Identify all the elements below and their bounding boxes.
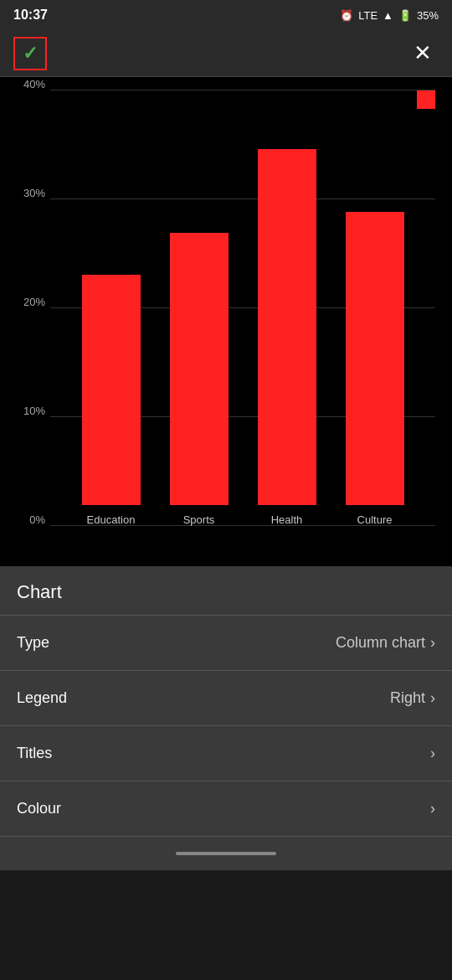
bar-label-culture: Culture — [357, 513, 393, 526]
signal-label: LTE — [358, 9, 378, 22]
status-bar: 10:37 ⏰ LTE ▲ 🔋 35% — [0, 0, 452, 30]
settings-titles-value: › — [430, 745, 435, 762]
checkmark-icon: ✓ — [23, 43, 38, 64]
chart-container: 40% 30% 20% 10% 0% Education Sport — [0, 90, 452, 560]
settings-type-label: Type — [17, 634, 49, 652]
bar-label-education: Education — [87, 513, 136, 526]
settings-titles-label: Titles — [17, 745, 52, 762]
settings-colour-label: Colour — [17, 800, 61, 818]
bar-group-education: Education — [82, 275, 141, 526]
y-label-30: 30% — [7, 187, 45, 199]
bar-label-health: Health — [271, 513, 303, 526]
settings-panel: Chart Type Column chart › Legend Right ›… — [0, 566, 452, 837]
settings-item-colour[interactable]: Colour › — [0, 781, 452, 837]
y-label-20: 20% — [7, 296, 45, 308]
settings-header: Chart — [0, 566, 452, 616]
signal-icon: ▲ — [383, 9, 393, 22]
settings-item-legend[interactable]: Legend Right › — [0, 671, 452, 726]
settings-type-current: Column chart — [336, 634, 425, 652]
settings-item-type[interactable]: Type Column chart › — [0, 616, 452, 671]
action-bar: ✓ ✕ — [0, 30, 452, 77]
battery-label: 35% — [417, 9, 439, 22]
y-label-40: 40% — [7, 78, 45, 90]
battery-icon: 🔋 — [398, 9, 412, 22]
status-time: 10:37 — [13, 8, 48, 23]
bottom-bar — [0, 837, 452, 870]
settings-item-titles[interactable]: Titles › — [0, 726, 452, 781]
settings-type-value: Column chart › — [336, 634, 435, 652]
bar-group-sports: Sports — [170, 233, 229, 526]
bottom-home-indicator — [176, 852, 276, 855]
close-button[interactable]: ✕ — [407, 37, 439, 70]
bar-sports — [170, 233, 229, 505]
y-label-10: 10% — [7, 405, 45, 417]
settings-legend-label: Legend — [17, 689, 67, 707]
bars-wrapper: Education Sports Health Culture — [50, 90, 435, 526]
confirm-button[interactable]: ✓ — [13, 37, 47, 70]
alarm-icon: ⏰ — [340, 9, 353, 22]
bar-group-health: Health — [258, 149, 316, 526]
chevron-icon-titles: › — [430, 745, 435, 762]
chevron-icon-legend: › — [430, 689, 435, 707]
settings-legend-current: Right — [390, 689, 425, 707]
bar-culture — [346, 212, 404, 505]
y-label-0: 0% — [7, 513, 45, 526]
bar-health — [258, 149, 316, 505]
chart-area: 40% 30% 20% 10% 0% Education Sport — [0, 77, 452, 566]
bar-label-sports: Sports — [183, 513, 215, 526]
chevron-icon-colour: › — [430, 800, 435, 818]
chevron-icon-type: › — [430, 634, 435, 652]
settings-legend-value: Right › — [390, 689, 435, 707]
status-icons: ⏰ LTE ▲ 🔋 35% — [340, 9, 439, 22]
bar-education — [82, 275, 141, 505]
close-icon: ✕ — [413, 40, 432, 65]
bar-group-culture: Culture — [346, 212, 404, 526]
settings-colour-value: › — [430, 800, 435, 818]
